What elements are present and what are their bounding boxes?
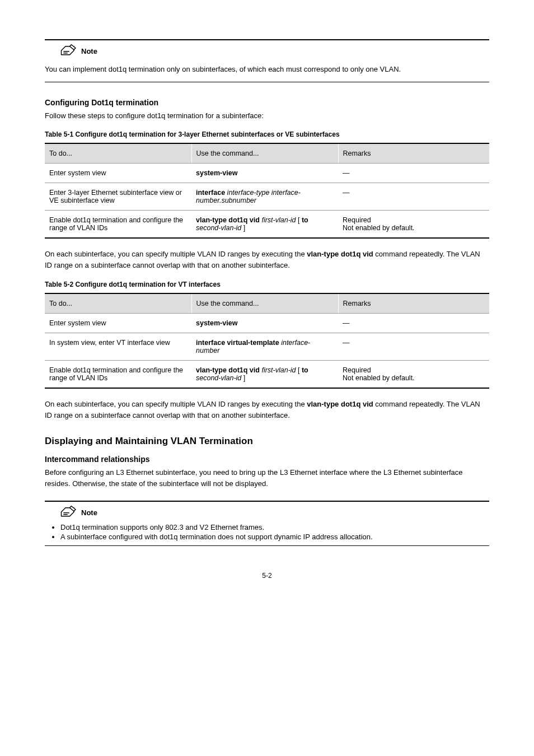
table-row: Enable dot1q termination and configure t… <box>45 360 489 388</box>
table-header: Use the command... <box>191 293 338 314</box>
table-row: Enter system view system-view — <box>45 164 489 183</box>
section-display-title: Displaying and Maintaining VLAN Terminat… <box>45 436 489 447</box>
explain-para-2: On each subinterface, you can specify mu… <box>45 399 489 421</box>
list-item: Dot1q termination supports only 802.3 an… <box>60 523 489 531</box>
table-2-caption: Table 5-2 Configure dot1q termination fo… <box>45 281 489 288</box>
divider <box>45 501 489 502</box>
table-cell: RequiredNot enabled by default. <box>338 211 489 239</box>
note-icon <box>59 44 79 58</box>
table-cell: vlan-type dot1q vid first-vlan-id [ to s… <box>191 211 338 239</box>
table-cell: RequiredNot enabled by default. <box>338 360 489 388</box>
table-cell: Enter 3-layer Ethernet subinterface view… <box>45 183 191 211</box>
table-cell: interface interface-type interface-numbe… <box>191 183 338 211</box>
table-cell: Enable dot1q termination and configure t… <box>45 360 191 388</box>
divider <box>45 545 489 546</box>
table-header: Remarks <box>338 293 489 314</box>
note-header: Note <box>59 44 489 58</box>
note-2-list: Dot1q termination supports only 802.3 an… <box>45 523 489 541</box>
page-number: 5-2 <box>45 572 489 580</box>
table-cell: Enable dot1q termination and configure t… <box>45 211 191 239</box>
table-cell: — <box>338 333 489 360</box>
explain-para: On each subinterface, you can specify mu… <box>45 249 489 271</box>
table-row: Enter 3-layer Ethernet subinterface view… <box>45 183 489 211</box>
intercommand-para: Before configuring an L3 Ethernet subint… <box>45 467 489 489</box>
table-row: Enable dot1q termination and configure t… <box>45 211 489 239</box>
table-cell: system-view <box>191 164 338 183</box>
table-cell: interface virtual-template interface-num… <box>191 333 338 360</box>
table-cell: — <box>338 313 489 333</box>
table-1-caption: Table 5-1 Configure dot1q termination fo… <box>45 130 489 138</box>
table-header: Remarks <box>338 143 489 164</box>
note-label: Note <box>81 508 97 517</box>
note-body-1: You can implement dot1q termination only… <box>45 64 489 75</box>
list-item: A subinterface configured with dot1q ter… <box>60 533 489 541</box>
table-header: To do... <box>45 143 191 164</box>
divider <box>45 39 489 40</box>
section-config-title: Configuring Dot1q termination <box>45 98 489 107</box>
table-header: To do... <box>45 293 191 314</box>
config-table-1: To do... Use the command... Remarks Ente… <box>45 143 489 239</box>
config-table-2: To do... Use the command... Remarks Ente… <box>45 293 489 389</box>
note-icon <box>59 505 79 520</box>
divider <box>45 82 489 82</box>
table-cell: Enter system view <box>45 313 191 333</box>
table-row: Enter system view system-view — <box>45 313 489 333</box>
note-header: Note <box>59 505 489 520</box>
table-cell: vlan-type dot1q vid first-vlan-id [ to s… <box>191 360 338 388</box>
table-cell: — <box>338 164 489 183</box>
section-config-intro: Follow these steps to configure dot1q te… <box>45 110 489 122</box>
table-cell: system-view <box>191 313 338 333</box>
table-header: Use the command... <box>191 143 338 164</box>
note-label: Note <box>81 47 97 55</box>
intercommand-title: Intercommand relationships <box>45 455 489 464</box>
table-cell: — <box>338 183 489 211</box>
table-cell: In system view, enter VT interface view <box>45 333 191 360</box>
table-cell: Enter system view <box>45 164 191 183</box>
table-row: In system view, enter VT interface view … <box>45 333 489 360</box>
